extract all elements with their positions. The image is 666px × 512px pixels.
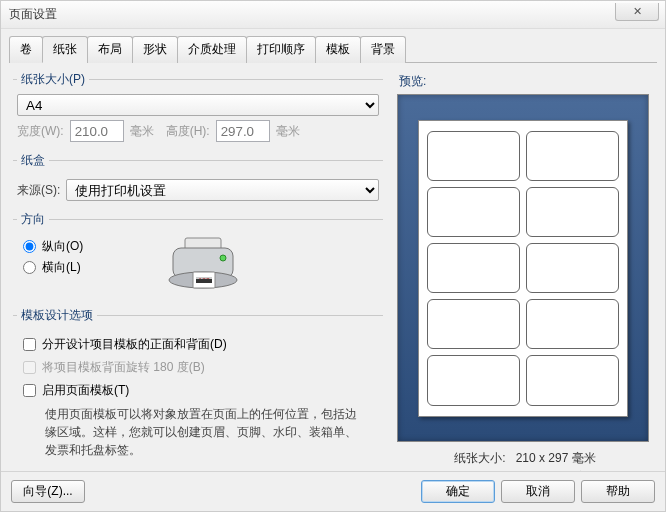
preview-label-cell [526,187,619,237]
tab-print-order[interactable]: 打印顺序 [246,36,316,63]
tab-label: 卷 [20,42,32,56]
orientation-legend: 方向 [17,211,49,228]
portrait-label: 纵向(O) [42,238,83,255]
button-label: 向导(Z)... [23,484,72,498]
paper-size-select[interactable]: A4 [17,94,379,116]
tab-label: 布局 [98,42,122,56]
info-paper-size-value: 210 x 297 毫米 [516,451,596,465]
tray-group: 纸盒 来源(S): 使用打印机设置 [13,152,383,209]
cancel-button[interactable]: 取消 [501,480,575,503]
paper-size-group: 纸张大小(P) A4 宽度(W): 毫米 高度(H): 毫米 [13,71,383,150]
preview-label-cell [427,299,520,349]
paper-size-legend: 纸张大小(P) [17,71,89,88]
tab-roll[interactable]: 卷 [9,36,43,63]
width-input[interactable] [70,120,124,142]
portrait-radio[interactable] [23,240,36,253]
tab-strip: 卷 纸张 布局 形状 介质处理 打印顺序 模板 背景 [9,35,657,63]
enable-page-template-checkbox[interactable] [23,384,36,397]
tray-legend: 纸盒 [17,152,49,169]
close-button[interactable]: ✕ [615,3,659,21]
landscape-label: 横向(L) [42,259,81,276]
separate-front-back-checkbox[interactable] [23,338,36,351]
tab-label: 纸张 [53,42,77,56]
tab-paper[interactable]: 纸张 [42,36,88,63]
separate-front-back-label: 分开设计项目模板的正面和背面(D) [42,336,227,353]
preview-frame [397,94,649,442]
height-input[interactable] [216,120,270,142]
dialog-body: 卷 纸张 布局 形状 介质处理 打印顺序 模板 背景 纸张大小(P) A4 宽度… [1,29,665,496]
help-button[interactable]: 帮助 [581,480,655,503]
rotate-back-label: 将项目模板背面旋转 180 度(B) [42,359,205,376]
printer-icon: 123 [163,234,243,297]
template-description: 使用页面模板可以将对象放置在页面上的任何位置，包括边缘区域。这样，您就可以创建页… [45,405,365,459]
tab-media[interactable]: 介质处理 [177,36,247,63]
svg-rect-7 [196,279,212,283]
button-label: 帮助 [606,484,630,498]
preview-label-cell [427,243,520,293]
tab-layout[interactable]: 布局 [87,36,133,63]
close-icon: ✕ [633,5,642,18]
tab-template[interactable]: 模板 [315,36,361,63]
height-unit: 毫米 [276,123,300,140]
template-options-group: 模板设计选项 分开设计项目模板的正面和背面(D) 将项目模板背面旋转 180 度… [13,307,383,467]
tab-background[interactable]: 背景 [360,36,406,63]
button-label: 取消 [526,484,550,498]
preview-label-cell [526,131,619,181]
landscape-radio[interactable] [23,261,36,274]
info-paper-size-label: 纸张大小: [454,451,505,465]
tab-label: 模板 [326,42,350,56]
template-options-legend: 模板设计选项 [17,307,97,324]
orientation-group: 方向 纵向(O) 横向(L) [13,211,383,305]
preview-label-cell [526,243,619,293]
width-label: 宽度(W): [17,123,64,140]
preview-label-cell [526,299,619,349]
preview-label-cell [427,355,520,405]
dialog-title: 页面设置 [9,6,57,23]
wizard-button[interactable]: 向导(Z)... [11,480,85,503]
height-label: 高度(H): [166,123,210,140]
dialog-footer: 向导(Z)... 确定 取消 帮助 [1,471,665,511]
tab-label: 介质处理 [188,42,236,56]
tab-label: 打印顺序 [257,42,305,56]
tab-shape[interactable]: 形状 [132,36,178,63]
source-label: 来源(S): [17,182,60,199]
tab-label: 形状 [143,42,167,56]
left-column: 纸张大小(P) A4 宽度(W): 毫米 高度(H): 毫米 纸盒 [9,67,387,488]
right-column: 预览: [397,67,657,488]
content-area: 纸张大小(P) A4 宽度(W): 毫米 高度(H): 毫米 纸盒 [9,67,657,488]
preview-label: 预览: [399,73,653,90]
enable-page-template-label: 启用页面模板(T) [42,382,129,399]
preview-label-cell [526,355,619,405]
ok-button[interactable]: 确定 [421,480,495,503]
svg-point-3 [220,255,226,261]
preview-label-cell [427,187,520,237]
preview-page [418,120,628,417]
titlebar: 页面设置 ✕ [1,1,665,29]
source-select[interactable]: 使用打印机设置 [66,179,379,201]
page-setup-dialog: 页面设置 ✕ 卷 纸张 布局 形状 介质处理 打印顺序 模板 背景 纸张大小(P… [0,0,666,512]
tab-label: 背景 [371,42,395,56]
preview-label-cell [427,131,520,181]
rotate-back-checkbox [23,361,36,374]
width-unit: 毫米 [130,123,154,140]
button-label: 确定 [446,484,470,498]
